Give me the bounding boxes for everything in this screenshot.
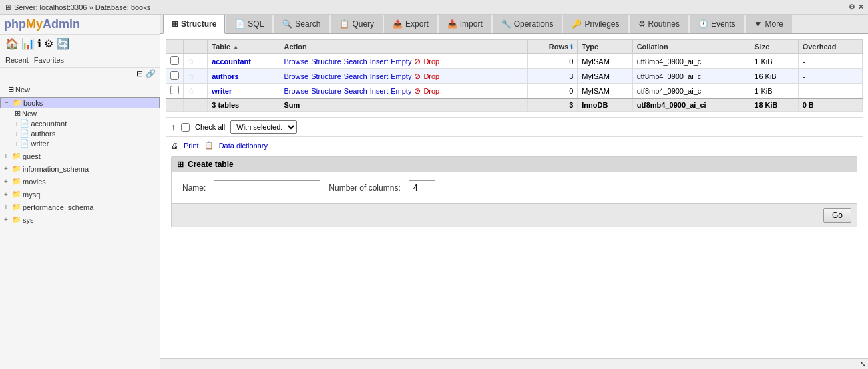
recent-tab[interactable]: Recent xyxy=(5,56,29,64)
info-schema-label: information_schema xyxy=(23,165,89,173)
tree-child-authors[interactable]: + 📄 authors xyxy=(11,128,160,138)
print-link[interactable]: Print xyxy=(184,142,199,150)
refresh-icon[interactable]: 🔄 xyxy=(56,37,69,50)
browse-authors[interactable]: Browse xyxy=(284,72,309,80)
star-icon-writer[interactable]: ☆ xyxy=(188,86,195,96)
tree-child-accountant[interactable]: + 📄 accountant xyxy=(11,118,160,128)
insert-authors[interactable]: Insert xyxy=(370,72,389,80)
tree-child-writer[interactable]: + 📄 writer xyxy=(11,138,160,148)
tree-item-guest[interactable]: + 📁 guest xyxy=(0,150,160,162)
link-icon[interactable]: 🔗 xyxy=(146,69,156,78)
top-bar: 🖥 Server: localhost:3306 » Database: boo… xyxy=(0,0,868,15)
type-writer: MyISAM xyxy=(578,84,632,99)
close-icon[interactable]: ✕ xyxy=(858,3,864,11)
tree-item-mysql[interactable]: + 📁 mysql xyxy=(0,188,160,201)
tab-sql[interactable]: 📄 SQL xyxy=(226,15,272,33)
books-label: books xyxy=(23,99,43,107)
tab-search[interactable]: 🔍 Search xyxy=(274,15,329,33)
tab-routines-label: Routines xyxy=(648,19,680,29)
create-table-name-input[interactable] xyxy=(214,180,320,195)
browse-accountant[interactable]: Browse xyxy=(284,57,309,66)
checkbox-accountant[interactable] xyxy=(170,56,179,65)
tree-item-new[interactable]: ⊞ New xyxy=(0,83,160,96)
home-icon[interactable]: 🏠 xyxy=(5,37,19,50)
books-expand-icon: − xyxy=(5,99,11,106)
search-authors[interactable]: Search xyxy=(344,72,367,80)
empty-authors[interactable]: Empty xyxy=(391,72,411,80)
perf-schema-expand: + xyxy=(4,203,11,211)
tab-export[interactable]: 📤 Export xyxy=(384,15,437,33)
table-sort-icon: ▲ xyxy=(232,43,239,51)
settings-icons: ⚙ ✕ xyxy=(849,3,864,11)
table-name-accountant[interactable]: accountant xyxy=(208,54,280,69)
tab-structure[interactable]: ⊞ Structure xyxy=(163,15,225,34)
tree-item-sys[interactable]: + 📁 sys xyxy=(0,213,160,226)
type-authors: MyISAM xyxy=(578,69,632,84)
structure-authors[interactable]: Structure xyxy=(311,72,341,80)
up-arrow-icon[interactable]: ↑ xyxy=(171,122,176,132)
server-icon: 🖥 xyxy=(4,3,11,11)
search-writer[interactable]: Search xyxy=(344,87,367,95)
star-writer[interactable]: ☆ xyxy=(184,84,208,99)
sys-expand: + xyxy=(4,216,11,223)
row-checkbox-accountant[interactable] xyxy=(166,54,184,69)
with-selected-dropdown[interactable]: With selected: xyxy=(230,120,297,134)
drop-authors[interactable]: Drop xyxy=(423,72,439,80)
type-accountant: MyISAM xyxy=(578,54,632,69)
tab-privileges[interactable]: 🔑 Privileges xyxy=(563,15,628,33)
tab-routines[interactable]: ⚙ Routines xyxy=(630,15,688,33)
collation-authors: utf8mb4_0900_ai_ci xyxy=(632,69,750,84)
th-checkbox xyxy=(166,40,184,54)
info-icon[interactable]: ℹ xyxy=(37,37,41,50)
table-name-authors[interactable]: authors xyxy=(208,69,280,84)
tree-item-information-schema[interactable]: + 📁 information_schema xyxy=(0,162,160,175)
tab-operations[interactable]: 🔧 Operations xyxy=(493,15,562,33)
empty-accountant[interactable]: Empty xyxy=(391,57,411,66)
sys-icon: 📁 xyxy=(12,215,21,224)
insert-writer[interactable]: Insert xyxy=(370,87,389,95)
tree-child-new[interactable]: ⊞ New xyxy=(11,108,160,118)
child-new-label: New xyxy=(22,110,37,118)
browse-writer[interactable]: Browse xyxy=(284,87,309,95)
tab-more[interactable]: ▼ More xyxy=(746,15,792,33)
data-dictionary-link[interactable]: Data dictionary xyxy=(219,142,268,150)
row-checkbox-authors[interactable] xyxy=(166,69,184,84)
star-authors[interactable]: ☆ xyxy=(184,69,208,84)
settings-icon[interactable]: ⚙ xyxy=(849,3,855,11)
checkbox-authors[interactable] xyxy=(170,71,179,80)
resize-icon[interactable]: ⤡ xyxy=(860,360,865,368)
table-icon[interactable]: 📊 xyxy=(21,37,35,50)
structure-accountant[interactable]: Structure xyxy=(311,57,341,66)
row-checkbox-writer[interactable] xyxy=(166,84,184,99)
authors-link[interactable]: authors xyxy=(212,72,238,80)
mysql-icon: 📁 xyxy=(12,190,21,199)
tab-import[interactable]: 📥 Import xyxy=(439,15,491,33)
checkbox-writer[interactable] xyxy=(170,86,179,94)
go-button[interactable]: Go xyxy=(823,208,851,223)
tree-item-performance-schema[interactable]: + 📁 performance_schema xyxy=(0,201,160,213)
tab-query[interactable]: 📋 Query xyxy=(331,15,383,33)
drop-accountant[interactable]: Drop xyxy=(423,57,439,66)
favorites-tab[interactable]: Favorites xyxy=(34,56,64,64)
tree-item-movies[interactable]: + 📁 movies xyxy=(0,175,160,188)
search-accountant[interactable]: Search xyxy=(344,57,367,66)
name-label: Name: xyxy=(182,183,206,193)
check-all-checkbox[interactable] xyxy=(181,123,190,132)
star-icon-accountant[interactable]: ☆ xyxy=(188,57,195,66)
empty-writer[interactable]: Empty xyxy=(391,87,411,95)
star-accountant[interactable]: ☆ xyxy=(184,54,208,69)
insert-accountant[interactable]: Insert xyxy=(370,57,389,66)
tree-item-books[interactable]: − 📁 books ⊞ New + 📄 accountant + xyxy=(0,96,160,150)
tab-events[interactable]: 🕐 Events xyxy=(690,15,744,33)
star-icon-authors[interactable]: ☆ xyxy=(188,72,195,81)
collapse-icon[interactable]: ⊟ xyxy=(136,69,143,78)
structure-writer[interactable]: Structure xyxy=(311,87,341,95)
accountant-link[interactable]: accountant xyxy=(212,57,251,66)
tab-import-label: Import xyxy=(460,19,483,29)
table-name-writer[interactable]: writer xyxy=(208,84,280,99)
drop-writer[interactable]: Drop xyxy=(423,87,439,95)
writer-link[interactable]: writer xyxy=(212,87,232,95)
create-table-columns-input[interactable] xyxy=(409,180,435,195)
settings-sidebar-icon[interactable]: ⚙ xyxy=(44,37,53,50)
tab-privileges-label: Privileges xyxy=(584,19,619,29)
